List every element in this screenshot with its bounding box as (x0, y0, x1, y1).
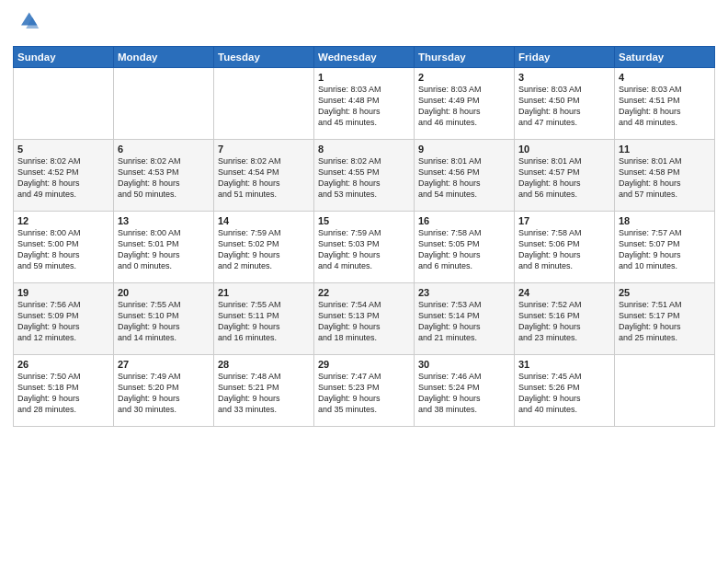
day-info: Sunrise: 7:58 AM Sunset: 5:06 PM Dayligh… (518, 227, 610, 272)
day-number: 6 (118, 144, 210, 155)
day-info: Sunrise: 7:49 AM Sunset: 5:20 PM Dayligh… (118, 371, 210, 416)
calendar-cell: 30Sunrise: 7:46 AM Sunset: 5:24 PM Dayli… (415, 355, 515, 427)
day-info: Sunrise: 7:59 AM Sunset: 5:02 PM Dayligh… (218, 227, 310, 272)
day-info: Sunrise: 7:47 AM Sunset: 5:23 PM Dayligh… (318, 371, 410, 416)
calendar-cell: 24Sunrise: 7:52 AM Sunset: 5:16 PM Dayli… (515, 283, 615, 355)
day-info: Sunrise: 8:03 AM Sunset: 4:49 PM Dayligh… (418, 84, 510, 129)
day-number: 10 (518, 144, 610, 155)
day-number: 9 (418, 144, 510, 155)
day-number: 27 (118, 359, 210, 370)
weekday-header: Tuesday (214, 47, 314, 68)
day-info: Sunrise: 8:03 AM Sunset: 4:50 PM Dayligh… (518, 84, 610, 129)
calendar-cell: 18Sunrise: 7:57 AM Sunset: 5:07 PM Dayli… (615, 212, 715, 283)
day-number: 28 (218, 359, 310, 370)
day-info: Sunrise: 7:57 AM Sunset: 5:07 PM Dayligh… (619, 227, 711, 272)
day-number: 19 (17, 287, 109, 298)
calendar-cell (114, 68, 214, 140)
calendar-cell: 16Sunrise: 7:58 AM Sunset: 5:05 PM Dayli… (415, 212, 515, 283)
calendar-week: 5Sunrise: 8:02 AM Sunset: 4:52 PM Daylig… (14, 140, 715, 212)
calendar-cell: 14Sunrise: 7:59 AM Sunset: 5:02 PM Dayli… (214, 212, 314, 283)
calendar-cell: 21Sunrise: 7:55 AM Sunset: 5:11 PM Dayli… (214, 283, 314, 355)
weekday-header: Sunday (14, 47, 114, 68)
day-info: Sunrise: 7:55 AM Sunset: 5:11 PM Dayligh… (218, 299, 310, 344)
day-number: 26 (17, 359, 109, 370)
calendar-cell: 25Sunrise: 7:51 AM Sunset: 5:17 PM Dayli… (615, 283, 715, 355)
day-number: 15 (318, 215, 410, 226)
calendar-cell: 7Sunrise: 8:02 AM Sunset: 4:54 PM Daylig… (214, 140, 314, 212)
day-info: Sunrise: 7:50 AM Sunset: 5:18 PM Dayligh… (17, 371, 109, 416)
calendar-cell: 19Sunrise: 7:56 AM Sunset: 5:09 PM Dayli… (14, 283, 114, 355)
day-info: Sunrise: 8:03 AM Sunset: 4:51 PM Dayligh… (619, 84, 711, 129)
day-info: Sunrise: 8:03 AM Sunset: 4:48 PM Dayligh… (318, 84, 410, 129)
calendar-cell: 10Sunrise: 8:01 AM Sunset: 4:57 PM Dayli… (515, 140, 615, 212)
day-info: Sunrise: 7:59 AM Sunset: 5:03 PM Dayligh… (318, 227, 410, 272)
calendar-cell: 29Sunrise: 7:47 AM Sunset: 5:23 PM Dayli… (314, 355, 415, 427)
calendar-cell: 1Sunrise: 8:03 AM Sunset: 4:48 PM Daylig… (314, 68, 415, 140)
header (13, 9, 715, 39)
weekday-header: Saturday (615, 47, 715, 68)
calendar-cell: 3Sunrise: 8:03 AM Sunset: 4:50 PM Daylig… (515, 68, 615, 140)
weekday-header: Friday (515, 47, 615, 68)
calendar-cell: 13Sunrise: 8:00 AM Sunset: 5:01 PM Dayli… (114, 212, 214, 283)
weekday-header: Wednesday (314, 47, 415, 68)
calendar-cell: 27Sunrise: 7:49 AM Sunset: 5:20 PM Dayli… (114, 355, 214, 427)
day-info: Sunrise: 7:52 AM Sunset: 5:16 PM Dayligh… (518, 299, 610, 344)
day-info: Sunrise: 7:55 AM Sunset: 5:10 PM Dayligh… (118, 299, 210, 344)
calendar-cell: 28Sunrise: 7:48 AM Sunset: 5:21 PM Dayli… (214, 355, 314, 427)
calendar-cell: 15Sunrise: 7:59 AM Sunset: 5:03 PM Dayli… (314, 212, 415, 283)
calendar-cell (14, 68, 114, 140)
day-info: Sunrise: 7:45 AM Sunset: 5:26 PM Dayligh… (518, 371, 610, 416)
calendar-header: SundayMondayTuesdayWednesdayThursdayFrid… (14, 47, 715, 68)
day-number: 12 (17, 215, 109, 226)
calendar-week: 12Sunrise: 8:00 AM Sunset: 5:00 PM Dayli… (14, 212, 715, 283)
calendar-cell: 31Sunrise: 7:45 AM Sunset: 5:26 PM Dayli… (515, 355, 615, 427)
day-number: 30 (418, 359, 510, 370)
calendar-cell (214, 68, 314, 140)
day-number: 5 (17, 144, 109, 155)
day-info: Sunrise: 7:46 AM Sunset: 5:24 PM Dayligh… (418, 371, 510, 416)
day-number: 23 (418, 287, 510, 298)
day-number: 7 (218, 144, 310, 155)
calendar-week: 19Sunrise: 7:56 AM Sunset: 5:09 PM Dayli… (14, 283, 715, 355)
day-number: 3 (518, 72, 610, 83)
weekday-header: Monday (114, 47, 214, 68)
day-number: 16 (418, 215, 510, 226)
calendar-week: 26Sunrise: 7:50 AM Sunset: 5:18 PM Dayli… (14, 355, 715, 427)
day-number: 2 (418, 72, 510, 83)
calendar-cell (615, 355, 715, 427)
day-number: 18 (619, 215, 711, 226)
day-number: 25 (619, 287, 711, 298)
calendar-cell: 23Sunrise: 7:53 AM Sunset: 5:14 PM Dayli… (415, 283, 515, 355)
day-number: 31 (518, 359, 610, 370)
calendar-table: SundayMondayTuesdayWednesdayThursdayFrid… (13, 46, 715, 427)
day-info: Sunrise: 8:00 AM Sunset: 5:01 PM Dayligh… (118, 227, 210, 272)
day-info: Sunrise: 8:02 AM Sunset: 4:54 PM Dayligh… (218, 155, 310, 201)
day-number: 1 (318, 72, 410, 83)
day-info: Sunrise: 7:58 AM Sunset: 5:05 PM Dayligh… (418, 227, 510, 272)
day-info: Sunrise: 8:02 AM Sunset: 4:55 PM Dayligh… (318, 155, 410, 201)
day-number: 20 (118, 287, 210, 298)
calendar-cell: 11Sunrise: 8:01 AM Sunset: 4:58 PM Dayli… (615, 140, 715, 212)
logo (13, 9, 40, 39)
day-number: 22 (318, 287, 410, 298)
weekday-row: SundayMondayTuesdayWednesdayThursdayFrid… (14, 47, 715, 68)
calendar-cell: 8Sunrise: 8:02 AM Sunset: 4:55 PM Daylig… (314, 140, 415, 212)
day-info: Sunrise: 8:02 AM Sunset: 4:52 PM Dayligh… (17, 155, 109, 201)
calendar-cell: 12Sunrise: 8:00 AM Sunset: 5:00 PM Dayli… (14, 212, 114, 283)
day-info: Sunrise: 8:01 AM Sunset: 4:56 PM Dayligh… (418, 155, 510, 201)
calendar-cell: 2Sunrise: 8:03 AM Sunset: 4:49 PM Daylig… (415, 68, 515, 140)
calendar-body: 1Sunrise: 8:03 AM Sunset: 4:48 PM Daylig… (14, 68, 715, 427)
day-number: 29 (318, 359, 410, 370)
day-info: Sunrise: 7:56 AM Sunset: 5:09 PM Dayligh… (17, 299, 109, 344)
calendar-cell: 17Sunrise: 7:58 AM Sunset: 5:06 PM Dayli… (515, 212, 615, 283)
day-number: 21 (218, 287, 310, 298)
calendar-cell: 20Sunrise: 7:55 AM Sunset: 5:10 PM Dayli… (114, 283, 214, 355)
calendar-cell: 22Sunrise: 7:54 AM Sunset: 5:13 PM Dayli… (314, 283, 415, 355)
calendar-cell: 26Sunrise: 7:50 AM Sunset: 5:18 PM Dayli… (14, 355, 114, 427)
calendar-cell: 9Sunrise: 8:01 AM Sunset: 4:56 PM Daylig… (415, 140, 515, 212)
day-info: Sunrise: 8:01 AM Sunset: 4:57 PM Dayligh… (518, 155, 610, 201)
calendar-week: 1Sunrise: 8:03 AM Sunset: 4:48 PM Daylig… (14, 68, 715, 140)
day-number: 14 (218, 215, 310, 226)
day-info: Sunrise: 8:01 AM Sunset: 4:58 PM Dayligh… (619, 155, 711, 201)
page-container: SundayMondayTuesdayWednesdayThursdayFrid… (0, 0, 728, 434)
